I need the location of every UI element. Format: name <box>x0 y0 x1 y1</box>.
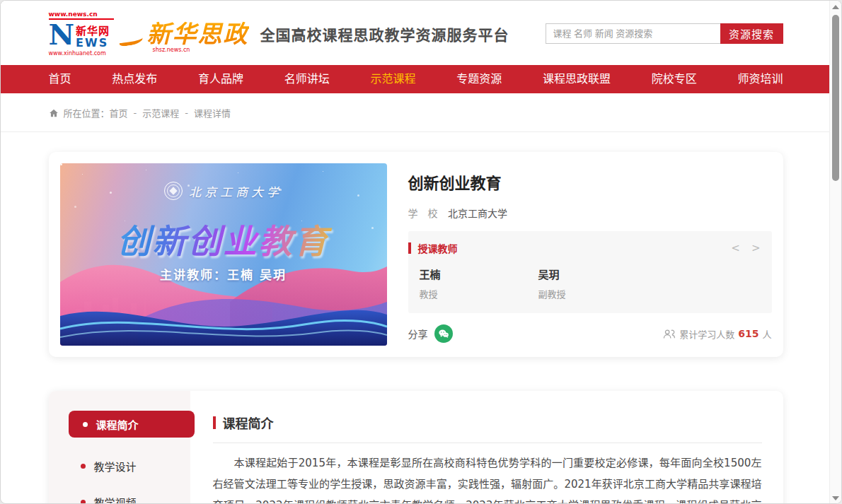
bullet-icon <box>81 464 86 469</box>
learner-stats: 累计学习人数 615 人 <box>662 327 771 341</box>
stats-value: 615 <box>738 328 759 339</box>
detail-sidebar: 课程简介 教学设计 教学视频 <box>49 391 190 504</box>
people-icon <box>662 329 676 339</box>
nav-item-home[interactable]: 首页 <box>49 65 71 93</box>
banner-teachers-line: 主讲教师：王楠 吴玥 <box>60 265 387 283</box>
sidebar-item-teaching-video[interactable]: 教学视频 <box>81 495 190 504</box>
logo-url-bottom: www.xinhuanet.com <box>49 50 123 57</box>
search-input[interactable] <box>546 23 720 44</box>
prev-arrow-icon[interactable]: < <box>731 243 740 254</box>
site-title: 全国高校课程思政教学资源服务平台 <box>260 23 509 45</box>
sidebar-item-teaching-design[interactable]: 教学设计 <box>81 459 190 474</box>
banner-course-title: 创新创业教育 <box>60 214 387 263</box>
teachers-panel: 授课教师 < > 王楠 教授 吴玥 <box>408 231 772 313</box>
course-detail-card: 课程简介 教学设计 教学视频 课程简介 <box>49 391 783 504</box>
brand-url: shsz.news.cn <box>153 47 249 53</box>
nav-item-education-brand[interactable]: 育人品牌 <box>198 65 243 93</box>
sidebar-item-label: 教学视频 <box>94 495 137 504</box>
breadcrumb-home[interactable]: 首页 <box>110 106 128 119</box>
university-seal-icon <box>164 182 183 200</box>
main-nav: 首页 热点发布 育人品牌 名师讲坛 示范课程 专题资源 课程思政联盟 院校专区 … <box>1 65 831 93</box>
xinhuanet-logo: www.news.cn N 新华网 EWS www.xinhuanet.com <box>49 11 123 57</box>
teacher-item: 吴玥 副教授 <box>538 266 657 300</box>
teacher-list: 王楠 教授 吴玥 副教授 <box>408 266 761 300</box>
scrollbar-thumb[interactable] <box>832 15 839 181</box>
banner-university-name: 北京工商大学 <box>189 182 282 200</box>
breadcrumb-current: 课程详情 <box>194 106 231 119</box>
bullet-icon <box>83 422 88 427</box>
school-row: 学 校 北京工商大学 <box>408 206 772 220</box>
nav-item-college-zone[interactable]: 院校专区 <box>652 65 697 93</box>
breadcrumb-separator: - <box>134 107 137 118</box>
site-header: www.news.cn N 新华网 EWS www.xinhuanet.com … <box>1 1 831 65</box>
school-value: 北京工商大学 <box>448 208 507 219</box>
section-title: 课程简介 <box>223 414 274 432</box>
browser-page: www.news.cn N 新华网 EWS www.xinhuanet.com … <box>0 0 842 504</box>
teacher-name: 吴玥 <box>538 266 657 281</box>
scroll-down-icon[interactable] <box>832 496 839 500</box>
course-title: 创新创业教育 <box>408 170 772 193</box>
teacher-rank: 副教授 <box>538 287 657 300</box>
brand-logo: 新华思政 shsz.news.cn <box>147 15 249 53</box>
breadcrumb-separator: - <box>185 107 188 118</box>
teacher-item: 王楠 教授 <box>420 266 538 300</box>
sidebar-item-label: 教学设计 <box>94 459 137 474</box>
red-accent-bar <box>213 416 216 429</box>
teachers-panel-title: 授课教师 <box>418 241 458 255</box>
course-card: 北京工商大学 创新创业教育 主讲教师：王楠 吴玥 创新创业教育 学 校 北京工商… <box>49 152 783 357</box>
nav-item-alliance[interactable]: 课程思政联盟 <box>543 65 611 93</box>
nav-item-demo-courses[interactable]: 示范课程 <box>370 65 415 93</box>
course-banner-image: 北京工商大学 创新创业教育 主讲教师：王楠 吴玥 <box>60 163 387 346</box>
banner-school-row: 北京工商大学 <box>60 182 387 200</box>
stats-label: 累计学习人数 <box>679 327 734 341</box>
site-logo[interactable]: www.news.cn N 新华网 EWS www.xinhuanet.com … <box>49 11 249 57</box>
breadcrumb-row: 所在位置： 首页 - 示范课程 - 课程详情 <box>1 93 831 132</box>
logo-n-letter: N <box>49 20 75 49</box>
brand-name: 新华思政 <box>147 15 249 49</box>
bullet-icon <box>81 500 86 504</box>
nav-item-hot-news[interactable]: 热点发布 <box>112 65 157 93</box>
stats-unit: 人 <box>762 327 771 341</box>
nav-item-teacher-training[interactable]: 师资培训 <box>737 65 783 93</box>
share-row: 分享 <box>408 324 772 343</box>
logo-xinhuanet-cn: 新华网 <box>76 23 110 37</box>
share-label: 分享 <box>408 327 428 341</box>
search-button[interactable]: 资源搜索 <box>720 23 783 44</box>
page-viewport: www.news.cn N 新华网 EWS www.xinhuanet.com … <box>1 1 831 504</box>
teacher-rank: 教授 <box>420 287 538 300</box>
search-area: 资源搜索 <box>546 23 783 44</box>
wechat-share-icon[interactable] <box>434 324 453 343</box>
scroll-up-icon[interactable] <box>832 5 839 9</box>
section-header: 课程简介 <box>213 414 762 432</box>
sidebar-item-course-intro[interactable]: 课程简介 <box>69 411 195 438</box>
breadcrumb-label: 所在位置： <box>64 106 110 119</box>
home-icon <box>49 108 59 118</box>
breadcrumb-demo-courses[interactable]: 示范课程 <box>142 106 179 119</box>
detail-content: 课程简介 本课程起始于2015年，本课程是彰显所在高校商科特色优势学科的一门重要… <box>190 391 783 504</box>
nav-item-special-resources[interactable]: 专题资源 <box>456 65 502 93</box>
section-divider <box>213 443 762 443</box>
breadcrumb: 所在位置： 首页 - 示范课程 - 课程详情 <box>49 93 783 131</box>
red-accent-bar <box>408 242 411 254</box>
logo-ews: EWS <box>76 37 110 49</box>
course-info: 创新创业教育 学 校 北京工商大学 授课教师 < > <box>387 163 772 346</box>
teacher-name: 王楠 <box>420 266 538 281</box>
nav-item-teacher-forum[interactable]: 名师讲坛 <box>284 65 330 93</box>
course-intro-paragraph: 本课程起始于2015年，本课程是彰显所在高校商科特色优势学科的一门重要校定必修课… <box>213 452 762 504</box>
vertical-scrollbar[interactable] <box>829 1 841 504</box>
sidebar-item-label: 课程简介 <box>96 417 139 432</box>
school-label: 学 校 <box>408 208 438 219</box>
next-arrow-icon[interactable]: > <box>751 243 761 254</box>
